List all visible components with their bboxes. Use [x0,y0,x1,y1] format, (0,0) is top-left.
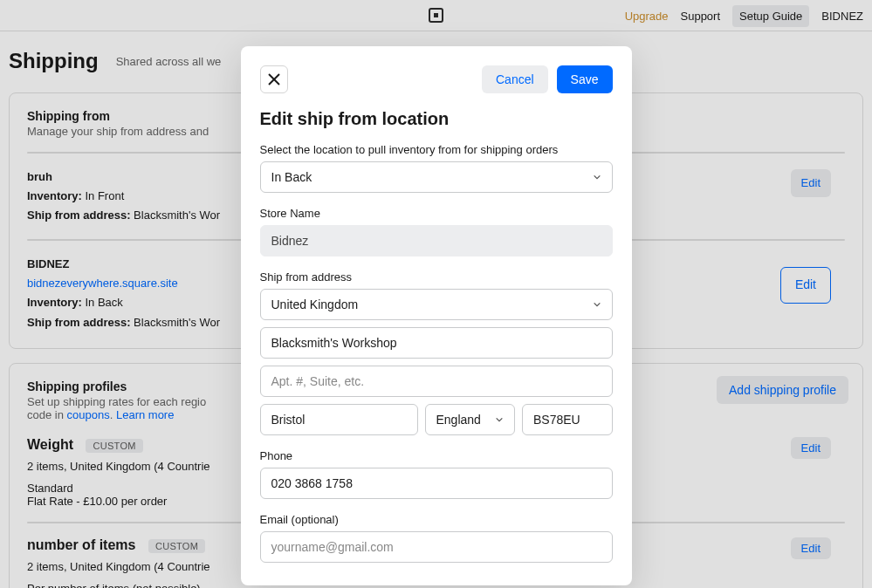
postal-value: BS78EU [533,413,580,427]
phone-input[interactable]: 020 3868 1758 [260,468,613,499]
cancel-button[interactable]: Cancel [482,65,548,93]
email-label: Email (optional) [260,513,613,526]
edit-shipfrom-modal: Cancel Save Edit ship from location Sele… [241,46,632,585]
store-name-label: Store Name [260,207,613,220]
phone-label: Phone [260,449,613,462]
shipfrom-address-label: Ship from address [260,270,613,284]
city-value: Bristol [271,413,306,427]
modal-title: Edit ship from location [260,109,613,129]
close-button[interactable] [260,65,288,93]
email-input[interactable]: yourname@gmail.com [260,531,613,563]
country-select[interactable]: United Kingdom [260,289,613,320]
email-placeholder: yourname@gmail.com [271,540,394,554]
chevron-down-icon [593,173,601,181]
store-name-value: Bidnez [271,234,309,248]
city-input[interactable]: Bristol [260,404,418,435]
select-value: England [436,413,481,427]
save-button[interactable]: Save [557,65,613,93]
phone-value: 020 3868 1758 [271,476,353,490]
select-value: United Kingdom [271,297,359,311]
chevron-down-icon [495,415,504,424]
street2-placeholder: Apt. #, Suite, etc. [271,374,365,388]
region-select[interactable]: England [425,404,516,435]
chevron-down-icon [593,300,601,309]
street1-value: Blacksmith's Workshop [271,336,397,350]
postal-input[interactable]: BS78EU [522,404,613,435]
street1-input[interactable]: Blacksmith's Workshop [260,327,613,359]
inventory-location-label: Select the location to pull inventory fr… [260,143,613,156]
store-name-field: Bidnez [260,225,613,256]
inventory-location-select[interactable]: In Back [260,161,613,193]
street2-input[interactable]: Apt. #, Suite, etc. [260,366,613,397]
close-icon [268,73,280,85]
select-value: In Back [271,170,312,184]
